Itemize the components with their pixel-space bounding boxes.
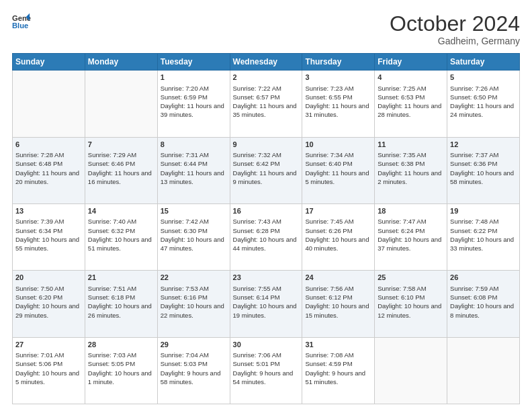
- day-number: 1: [161, 73, 227, 83]
- day-number: 7: [88, 140, 154, 150]
- sunrise-text: Sunrise: 7:32 AM: [233, 150, 300, 159]
- calendar-cell: 5Sunrise: 7:26 AMSunset: 6:50 PMDaylight…: [447, 71, 520, 137]
- calendar-cell: 12Sunrise: 7:37 AMSunset: 6:36 PMDayligh…: [447, 137, 520, 203]
- calendar-cell: 20Sunrise: 7:50 AMSunset: 6:20 PMDayligh…: [13, 271, 85, 337]
- sunset-text: Sunset: 6:32 PM: [88, 226, 154, 235]
- sunrise-text: Sunrise: 7:55 AM: [233, 284, 300, 293]
- daylight-text: Daylight: 10 hours and 12 minutes.: [378, 302, 444, 320]
- day-number: 10: [305, 140, 371, 150]
- daylight-text: Daylight: 9 hours and 54 minutes.: [233, 369, 300, 387]
- sunset-text: Sunset: 6:38 PM: [378, 159, 444, 168]
- calendar-cell: 24Sunrise: 7:56 AMSunset: 6:12 PMDayligh…: [302, 271, 375, 337]
- day-number: 3: [305, 73, 371, 83]
- sunset-text: Sunset: 6:46 PM: [88, 159, 154, 168]
- day-number: 21: [88, 273, 154, 283]
- calendar-cell: 8Sunrise: 7:31 AMSunset: 6:44 PMDaylight…: [157, 137, 230, 203]
- day-number: 8: [161, 140, 227, 150]
- day-number: 2: [233, 73, 300, 83]
- svg-text:Blue: Blue: [12, 21, 28, 30]
- daylight-text: Daylight: 10 hours and 51 minutes.: [88, 235, 154, 253]
- day-number: 30: [233, 340, 300, 350]
- day-number: 26: [450, 273, 517, 283]
- calendar-cell: 25Sunrise: 7:58 AMSunset: 6:10 PMDayligh…: [375, 271, 447, 337]
- sunset-text: Sunset: 6:10 PM: [378, 293, 444, 302]
- calendar-week-row: 20Sunrise: 7:50 AMSunset: 6:20 PMDayligh…: [13, 271, 520, 337]
- sunrise-text: Sunrise: 7:40 AM: [88, 217, 154, 226]
- sunrise-text: Sunrise: 7:58 AM: [378, 284, 444, 293]
- calendar-week-row: 27Sunrise: 7:01 AMSunset: 5:06 PMDayligh…: [13, 337, 520, 404]
- daylight-text: Daylight: 10 hours and 47 minutes.: [161, 235, 227, 253]
- daylight-text: Daylight: 10 hours and 15 minutes.: [305, 302, 371, 320]
- day-number: 4: [378, 73, 444, 83]
- daylight-text: Daylight: 11 hours and 9 minutes.: [233, 169, 300, 187]
- daylight-text: Daylight: 9 hours and 51 minutes.: [305, 369, 371, 387]
- calendar-cell: 22Sunrise: 7:53 AMSunset: 6:16 PMDayligh…: [157, 271, 230, 337]
- calendar-cell: 28Sunrise: 7:03 AMSunset: 5:05 PMDayligh…: [85, 337, 157, 404]
- sunrise-text: Sunrise: 7:59 AM: [450, 284, 517, 293]
- sunrise-text: Sunrise: 7:51 AM: [88, 284, 154, 293]
- month-title: October 2024: [390, 12, 520, 36]
- day-number: 13: [15, 206, 82, 216]
- day-number: 5: [450, 73, 517, 83]
- sunrise-text: Sunrise: 7:47 AM: [378, 217, 444, 226]
- calendar-cell: 17Sunrise: 7:45 AMSunset: 6:26 PMDayligh…: [302, 203, 375, 270]
- sunset-text: Sunset: 6:16 PM: [161, 293, 227, 302]
- sunrise-text: Sunrise: 7:25 AM: [378, 84, 444, 93]
- daylight-text: Daylight: 10 hours and 58 minutes.: [450, 169, 517, 187]
- daylight-text: Daylight: 10 hours and 19 minutes.: [233, 302, 300, 320]
- header-thursday: Thursday: [302, 54, 375, 71]
- day-number: 19: [450, 206, 517, 216]
- daylight-text: Daylight: 10 hours and 1 minute.: [88, 369, 154, 387]
- day-number: 12: [450, 140, 517, 150]
- calendar-cell: 6Sunrise: 7:28 AMSunset: 6:48 PMDaylight…: [13, 137, 85, 203]
- title-block: October 2024 Gadheim, Germany: [390, 12, 520, 46]
- sunset-text: Sunset: 6:57 PM: [233, 93, 300, 101]
- weekday-header-row: Sunday Monday Tuesday Wednesday Thursday…: [13, 54, 520, 71]
- sunset-text: Sunset: 6:24 PM: [378, 226, 444, 235]
- sunset-text: Sunset: 6:14 PM: [233, 293, 300, 302]
- day-number: 28: [88, 340, 154, 350]
- sunrise-text: Sunrise: 7:53 AM: [161, 284, 227, 293]
- calendar-cell: 18Sunrise: 7:47 AMSunset: 6:24 PMDayligh…: [375, 203, 447, 270]
- sunset-text: Sunset: 6:40 PM: [305, 159, 371, 168]
- sunset-text: Sunset: 5:03 PM: [161, 359, 227, 368]
- calendar-week-row: 6Sunrise: 7:28 AMSunset: 6:48 PMDaylight…: [13, 137, 520, 203]
- day-number: 18: [378, 206, 444, 216]
- day-number: 6: [15, 140, 82, 150]
- sunset-text: Sunset: 6:20 PM: [15, 293, 82, 302]
- sunrise-text: Sunrise: 7:29 AM: [88, 150, 154, 159]
- daylight-text: Daylight: 11 hours and 5 minutes.: [305, 169, 371, 187]
- calendar-cell: 31Sunrise: 7:08 AMSunset: 4:59 PMDayligh…: [302, 337, 375, 404]
- sunrise-text: Sunrise: 7:28 AM: [15, 150, 82, 159]
- sunrise-text: Sunrise: 7:37 AM: [450, 150, 517, 159]
- header-wednesday: Wednesday: [230, 54, 302, 71]
- day-number: 14: [88, 206, 154, 216]
- calendar-cell: 4Sunrise: 7:25 AMSunset: 6:53 PMDaylight…: [375, 71, 447, 137]
- header-saturday: Saturday: [447, 54, 520, 71]
- daylight-text: Daylight: 10 hours and 55 minutes.: [15, 235, 82, 253]
- day-number: 11: [378, 140, 444, 150]
- day-number: 24: [305, 273, 371, 283]
- sunset-text: Sunset: 6:26 PM: [305, 226, 371, 235]
- header-tuesday: Tuesday: [157, 54, 230, 71]
- sunrise-text: Sunrise: 7:03 AM: [88, 351, 154, 359]
- day-number: 29: [161, 340, 227, 350]
- header-sunday: Sunday: [13, 54, 85, 71]
- calendar-week-row: 13Sunrise: 7:39 AMSunset: 6:34 PMDayligh…: [13, 203, 520, 270]
- calendar-cell: 2Sunrise: 7:22 AMSunset: 6:57 PMDaylight…: [230, 71, 302, 137]
- sunrise-text: Sunrise: 7:26 AM: [450, 84, 517, 93]
- daylight-text: Daylight: 9 hours and 58 minutes.: [161, 369, 227, 387]
- day-number: 16: [233, 206, 300, 216]
- sunset-text: Sunset: 5:05 PM: [88, 359, 154, 368]
- calendar-cell: [375, 337, 447, 404]
- calendar-cell: 27Sunrise: 7:01 AMSunset: 5:06 PMDayligh…: [13, 337, 85, 404]
- header-friday: Friday: [375, 54, 447, 71]
- header: General Blue October 2024 Gadheim, Germa…: [12, 12, 520, 46]
- daylight-text: Daylight: 11 hours and 2 minutes.: [378, 169, 444, 187]
- calendar-cell: 15Sunrise: 7:42 AMSunset: 6:30 PMDayligh…: [157, 203, 230, 270]
- daylight-text: Daylight: 10 hours and 44 minutes.: [233, 235, 300, 253]
- calendar-cell: [13, 71, 85, 137]
- sunset-text: Sunset: 6:48 PM: [15, 159, 82, 168]
- sunrise-text: Sunrise: 7:43 AM: [233, 217, 300, 226]
- sunrise-text: Sunrise: 7:31 AM: [161, 150, 227, 159]
